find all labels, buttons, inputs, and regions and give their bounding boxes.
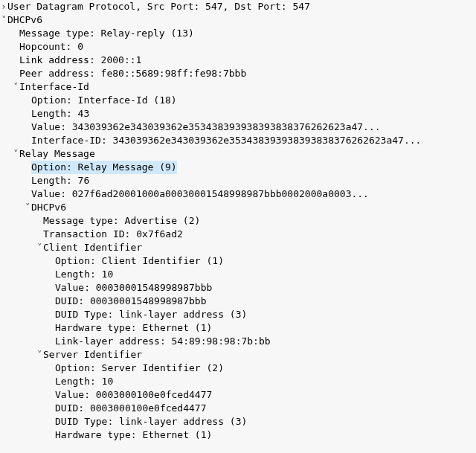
- field-row[interactable]: DUID: 0003000100e0fced4477: [0, 402, 476, 415]
- hopcount: Hopcount: 0: [19, 40, 83, 54]
- relay-length: Length: 76: [31, 174, 89, 187]
- transaction-id: Transaction ID: 0x7f6ad2: [43, 228, 183, 241]
- field-row[interactable]: Option: Client Identifier (1): [0, 254, 476, 268]
- field-row[interactable]: Length: 43: [0, 107, 476, 121]
- client-ll-addr: Link-layer address: 54:89:98:98:7b:bb: [55, 335, 271, 348]
- client-option: Option: Client Identifier (1): [55, 254, 224, 268]
- server-identifier-row[interactable]: ˅ Server Identifier: [0, 348, 476, 362]
- iface-id: Interface-ID: 343039362e343039362e353438…: [31, 134, 421, 147]
- server-duid-type: DUID Type: link-layer address (3): [55, 415, 247, 428]
- interface-id-row[interactable]: ˅ Interface-Id: [0, 80, 476, 94]
- client-duid: DUID: 00030001548998987bbb: [55, 295, 207, 308]
- chevron-right-icon[interactable]: ›: [0, 0, 7, 13]
- relay-option: Option: Relay Message (9): [31, 161, 177, 174]
- field-row[interactable]: Interface-ID: 343039362e343039362e353438…: [0, 134, 476, 147]
- client-duid-type: DUID Type: link-layer address (3): [55, 308, 247, 321]
- field-row[interactable]: Hardware type: Ethernet (1): [0, 428, 476, 442]
- peer-address: Peer address: fe80::5689:98ff:fe98:7bbb: [19, 67, 246, 80]
- inner-dhcpv6-label: DHCPv6: [31, 201, 66, 214]
- udp-row[interactable]: › User Datagram Protocol, Src Port: 547,…: [0, 0, 476, 13]
- server-hw-type: Hardware type: Ethernet (1): [55, 428, 212, 442]
- client-identifier-row[interactable]: ˅ Client Identifier: [0, 241, 476, 254]
- server-identifier-label: Server Identifier: [43, 348, 142, 362]
- client-value: Value: 00030001548998987bbb: [55, 281, 212, 295]
- server-length: Length: 10: [55, 375, 113, 388]
- iface-length: Length: 43: [31, 107, 89, 121]
- relay-value: Value: 027f6ad20001000a00030001548998987…: [31, 187, 369, 201]
- relay-message-row[interactable]: ˅ Relay Message: [0, 147, 476, 161]
- inner-dhcpv6-row[interactable]: ˅ DHCPv6: [0, 201, 476, 214]
- interface-id-label: Interface-Id: [19, 80, 89, 94]
- message-type: Message type: Relay-reply (13): [19, 27, 194, 40]
- field-row[interactable]: Link-layer address: 54:89:98:98:7b:bb: [0, 335, 476, 348]
- server-duid: DUID: 0003000100e0fced4477: [55, 402, 207, 415]
- field-row[interactable]: Length: 10: [0, 375, 476, 388]
- field-row[interactable]: Length: 10: [0, 268, 476, 281]
- field-row[interactable]: Hardware type: Ethernet (1): [0, 321, 476, 335]
- dhcpv6-label: DHCPv6: [7, 13, 42, 27]
- client-length: Length: 10: [55, 268, 113, 281]
- chevron-down-icon[interactable]: ˅: [36, 241, 43, 254]
- field-row[interactable]: Message type: Advertise (2): [0, 214, 476, 228]
- field-row[interactable]: Link address: 2000::1: [0, 54, 476, 67]
- field-row[interactable]: Message type: Relay-reply (13): [0, 27, 476, 40]
- field-row[interactable]: Hopcount: 0: [0, 40, 476, 54]
- link-address: Link address: 2000::1: [19, 54, 141, 67]
- field-row[interactable]: Option: Server Identifier (2): [0, 362, 476, 375]
- field-row[interactable]: Value: 343039362e343039362e3534383939383…: [0, 121, 476, 134]
- chevron-down-icon[interactable]: ˅: [0, 13, 7, 27]
- field-row[interactable]: Value: 027f6ad20001000a00030001548998987…: [0, 187, 476, 201]
- field-row[interactable]: Length: 76: [0, 174, 476, 187]
- chevron-down-icon[interactable]: ˅: [12, 147, 19, 161]
- field-row[interactable]: DUID Type: link-layer address (3): [0, 415, 476, 428]
- udp-text: User Datagram Protocol, Src Port: 547, D…: [7, 0, 310, 13]
- field-row[interactable]: Value: 00030001548998987bbb: [0, 281, 476, 295]
- field-row[interactable]: DUID Type: link-layer address (3): [0, 308, 476, 321]
- chevron-down-icon[interactable]: ˅: [24, 201, 31, 214]
- relay-message-label: Relay Message: [19, 147, 95, 161]
- field-row[interactable]: DUID: 00030001548998987bbb: [0, 295, 476, 308]
- iface-value: Value: 343039362e343039362e3534383939383…: [31, 121, 381, 134]
- client-hw-type: Hardware type: Ethernet (1): [55, 321, 212, 335]
- inner-msg-type: Message type: Advertise (2): [43, 214, 200, 228]
- field-row[interactable]: Transaction ID: 0x7f6ad2: [0, 228, 476, 241]
- iface-option: Option: Interface-Id (18): [31, 94, 177, 107]
- relay-option-row[interactable]: Option: Relay Message (9): [0, 161, 476, 174]
- field-row[interactable]: Value: 0003000100e0fced4477: [0, 388, 476, 402]
- server-option: Option: Server Identifier (2): [55, 362, 224, 375]
- field-row[interactable]: Option: Interface-Id (18): [0, 94, 476, 107]
- chevron-down-icon[interactable]: ˅: [36, 348, 43, 362]
- chevron-down-icon[interactable]: ˅: [12, 80, 19, 94]
- server-value: Value: 0003000100e0fced4477: [55, 388, 212, 402]
- field-row[interactable]: Peer address: fe80::5689:98ff:fe98:7bbb: [0, 67, 476, 80]
- client-identifier-label: Client Identifier: [43, 241, 142, 254]
- dhcpv6-row[interactable]: ˅ DHCPv6: [0, 13, 476, 27]
